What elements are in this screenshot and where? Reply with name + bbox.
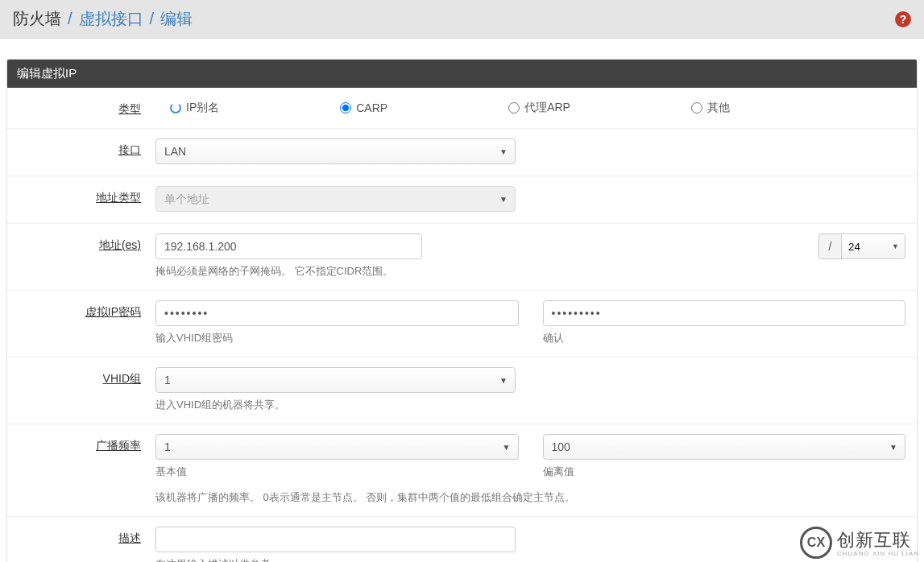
cidr-slash: / [818, 233, 841, 259]
freq-skew-select[interactable]: 100 [543, 434, 906, 460]
row-vhid: VHID组 1 进入VHID组的机器将共享。 [7, 357, 917, 424]
radio-proxy-arp-input[interactable] [508, 102, 520, 114]
breadcrumb-bar: 防火墙 / 虚拟接口 / 编辑 ? [0, 0, 924, 39]
description-hint: 在这里输入描述以供参考。 [155, 557, 905, 562]
radio-proxy-arp-label: 代理ARP [524, 101, 570, 115]
radio-ip-alias[interactable]: IP别名 [170, 101, 219, 115]
radio-carp-label: CARP [356, 101, 387, 114]
radio-proxy-arp[interactable]: 代理ARP [508, 101, 570, 115]
label-addresses: 地址(es) [19, 233, 155, 253]
label-vhid: VHID组 [19, 367, 155, 386]
label-type: 类型 [19, 97, 155, 117]
label-interface: 接口 [19, 138, 155, 158]
row-description: 描述 在这里输入描述以供参考。 [7, 516, 917, 562]
vhid-hint: 进入VHID组的机器将共享。 [155, 398, 905, 412]
watermark-logo-icon: CX [800, 527, 832, 559]
radio-other[interactable]: 其他 [691, 101, 730, 115]
vhid-select[interactable]: 1 [155, 367, 516, 393]
breadcrumb-sep: / [68, 10, 73, 28]
breadcrumb-virtual-interface[interactable]: 虚拟接口 [79, 8, 143, 30]
row-broadcast-freq: 广播频率 1 基本值 [7, 424, 917, 516]
watermark-subtext: CHUANG XIN HU LIAN [837, 550, 919, 557]
freq-desc: 该机器将广播的频率。 0表示通常是主节点。 否则，集群中两个值的最低组合确定主节… [155, 490, 905, 505]
row-interface: 接口 LAN [7, 128, 917, 176]
row-addresses: 地址(es) / 24 掩码必须是网络的子网掩码 [7, 223, 917, 290]
password-hint: 输入VHID组密码 [155, 331, 519, 345]
panel-title: 编辑虚拟IP [7, 60, 917, 88]
help-icon[interactable]: ? [895, 11, 911, 27]
breadcrumb-root: 防火墙 [13, 8, 61, 30]
edit-vip-panel: 编辑虚拟IP 类型 IP别名 CARP [6, 59, 918, 562]
label-description: 描述 [19, 527, 155, 546]
label-vip-password: 虚拟IP密码 [19, 300, 155, 320]
watermark-text: 创新互联 [837, 530, 911, 550]
row-vip-password: 虚拟IP密码 输入VHID组密码 确认 [7, 290, 917, 357]
radio-carp[interactable]: CARP [340, 101, 387, 115]
password-confirm-hint: 确认 [543, 331, 906, 345]
radio-carp-input[interactable] [340, 102, 351, 114]
loading-spinner-icon [170, 102, 181, 114]
password-input[interactable] [155, 300, 519, 326]
freq-skew-hint: 偏离值 [543, 465, 906, 479]
label-addr-type: 地址类型 [19, 186, 155, 205]
address-hint: 掩码必须是网络的子网掩码。 它不指定CIDR范围。 [155, 264, 905, 279]
address-input[interactable] [155, 233, 422, 259]
breadcrumb-sep: / [150, 10, 155, 28]
radio-other-label: 其他 [707, 101, 730, 115]
radio-ip-alias-label: IP别名 [186, 101, 219, 115]
radio-other-input[interactable] [691, 102, 702, 114]
description-input[interactable] [155, 527, 516, 552]
row-addr-type: 地址类型 单个地址 [7, 176, 917, 223]
watermark: CX 创新互联 CHUANG XIN HU LIAN [800, 527, 919, 559]
row-type: 类型 IP别名 CARP 代理ARP [7, 88, 917, 128]
addr-type-select: 单个地址 [155, 186, 516, 212]
freq-base-select[interactable]: 1 [155, 434, 519, 460]
label-broadcast-freq: 广播频率 [19, 434, 155, 453]
freq-base-hint: 基本值 [155, 465, 519, 479]
cidr-select[interactable]: 24 [841, 233, 905, 259]
password-confirm-input[interactable] [543, 300, 906, 326]
interface-select[interactable]: LAN [155, 138, 516, 164]
breadcrumb-edit[interactable]: 编辑 [160, 8, 193, 30]
